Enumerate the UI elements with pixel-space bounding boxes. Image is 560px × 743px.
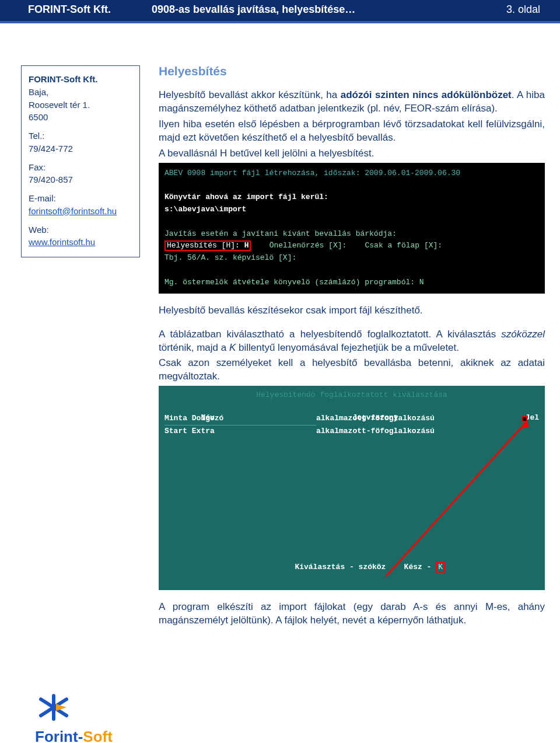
logo-text: Forint-Soft	[35, 728, 113, 743]
web-link[interactable]: www.forintsoft.hu	[29, 237, 95, 247]
sidebar-company: FORINT-Soft Kft.	[29, 73, 132, 86]
sidebar-address-2: Roosevelt tér 1.	[29, 99, 132, 111]
contact-sidebar: FORINT-Soft Kft. Baja, Roosevelt tér 1. …	[21, 65, 140, 257]
paragraph-7: A program elkészíti az import fájlokat (…	[159, 601, 545, 627]
web-label: Web:	[29, 224, 132, 236]
page-header: FORINT-Soft Kft. 0908-as bevallás javítá…	[0, 0, 560, 23]
paragraph-2: Ilyen hiba esetén első lépésben a bérpro…	[159, 118, 545, 145]
term2-footer: Kiválasztás - szóköz Kész - K	[159, 549, 545, 585]
logo: Forint-Soft	[35, 693, 113, 743]
fax-label: Fax:	[29, 161, 132, 174]
selection-marker-icon	[522, 416, 527, 422]
sidebar-address-3: 6500	[29, 111, 132, 124]
sidebar-address-1: Baja,	[29, 86, 132, 99]
header-company: FORINT-Soft Kft.	[28, 4, 111, 16]
terminal-screenshot-1: ABEV 0908 import fájl létrehozása, idősz…	[159, 163, 545, 294]
main-content: Helyesbítés Helyesbítő bevallást akkor k…	[159, 23, 545, 627]
paragraph-6: Csak azon személyeket kell a helyesbítő …	[159, 357, 545, 383]
tel-value: 79/424-772	[29, 142, 132, 155]
terminal-screenshot-2: Helyesbítendö foglalkoztatott kiválasztá…	[159, 386, 545, 590]
email-link[interactable]: forintsoft@forintsoft.hu	[29, 206, 117, 216]
section-title: Helyesbítés	[159, 64, 545, 78]
paragraph-5: A táblázatban kiválasztható a helyesbíte…	[159, 328, 545, 355]
term2-rows: Minta Dolgozóalkalmazott-föfoglalkozású …	[164, 413, 435, 438]
paragraph-3: A bevallásnál H betűvel kell jelölni a h…	[159, 147, 545, 161]
email-label: E-mail:	[29, 192, 132, 205]
paragraph-1: Helyesbítő bevallást akkor készítünk, ha…	[159, 89, 545, 116]
tel-label: Tel.:	[29, 130, 132, 142]
fax-value: 79/420-857	[29, 173, 132, 186]
paragraph-4: Helyesbítő bevallás készítésekor csak im…	[159, 304, 545, 318]
header-title: 0908-as bevallás javítása, helyesbítése…	[152, 4, 355, 16]
logo-star-icon	[35, 693, 72, 721]
header-pager: 3. oldal	[506, 4, 540, 16]
